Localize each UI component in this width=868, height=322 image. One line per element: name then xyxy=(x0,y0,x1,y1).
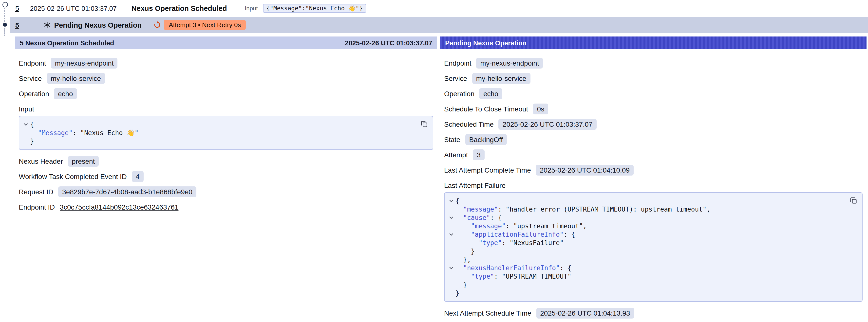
field-value-chip: 0s xyxy=(533,103,548,115)
field-label: Endpoint ID xyxy=(19,203,55,211)
copy-icon[interactable] xyxy=(420,119,429,129)
field-value-chip: present xyxy=(68,156,99,167)
event-panel-header: 5 Nexus Operation Scheduled 2025-02-26 U… xyxy=(15,36,437,49)
field-row: Scheduled Time2025-02-26 UTC 01:03:37.07 xyxy=(444,119,863,130)
field-label: Endpoint xyxy=(19,59,46,67)
event-panel-fields-bottom: Nexus HeaderpresentWorkflow Task Complet… xyxy=(19,156,433,213)
event-id-link[interactable]: 5 xyxy=(15,4,19,12)
code-gutter xyxy=(446,222,456,230)
retry-icon xyxy=(153,21,161,29)
endpoint-id-link[interactable]: 3c0c75ccfa8144b092c13ce632463761 xyxy=(60,203,178,211)
code-token: "message" xyxy=(471,222,506,230)
timeline-node-dot-icon xyxy=(3,23,7,27)
field-value-chip: 3 xyxy=(473,150,485,160)
field-row: Last Attempt Complete Time2025-02-26 UTC… xyxy=(444,165,863,175)
pending-asterisk-icon xyxy=(44,22,50,28)
history-row-nexus-operation-scheduled[interactable]: 5 2025-02-26 UTC 01:03:37.07 Nexus Opera… xyxy=(10,0,868,17)
field-row: Workflow Task Completed Event ID4 xyxy=(19,171,433,182)
field-label: Endpoint xyxy=(444,59,471,67)
failure-section-label: Last Attempt Failure xyxy=(444,182,863,189)
code-line: "type": "UPSTREAM_TIMEOUT" xyxy=(446,272,848,281)
field-label: Workflow Task Completed Event ID xyxy=(19,172,127,181)
field-label: Schedule To Close Timeout xyxy=(444,105,528,113)
field-value-chip: 2025-02-26 UTC 01:04:10.09 xyxy=(536,165,633,175)
collapse-chevron-icon[interactable] xyxy=(446,230,456,239)
code-token: "applicationFailureInfo" xyxy=(471,231,564,238)
field-value-chip: echo xyxy=(479,88,502,99)
code-token: } xyxy=(471,248,475,255)
code-line: } xyxy=(21,137,419,146)
input-code-block: {"Message": "Nexus Echo 👋"} xyxy=(19,116,433,150)
pending-panel-title: Pending Nexus Operation xyxy=(445,39,527,46)
code-token: "handler error (UPSTREAM_TIMEOUT): upstr… xyxy=(506,205,707,213)
event-time: 2025-02-26 UTC 01:03:37.07 xyxy=(30,5,117,12)
field-value-chip: my-hello-service xyxy=(46,73,105,84)
collapse-chevron-icon[interactable] xyxy=(446,197,456,205)
input-json: {"Message": "Nexus Echo 👋"} xyxy=(21,120,419,146)
code-token: : xyxy=(494,273,502,280)
event-id-link[interactable]: 5 xyxy=(15,21,19,29)
collapse-chevron-icon[interactable] xyxy=(446,264,456,272)
code-token: : { xyxy=(563,231,575,238)
field-row: Operationecho xyxy=(19,88,433,99)
field-value-chip: my-nexus-endpoint xyxy=(476,58,543,68)
field-row: Endpoint ID3c0c75ccfa8144b092c13ce632463… xyxy=(19,202,433,213)
field-label: Operation xyxy=(19,90,49,98)
field-label: Service xyxy=(19,74,42,82)
code-gutter xyxy=(21,137,30,146)
event-name: Nexus Operation Scheduled xyxy=(131,4,227,12)
failure-json: {"message": "handler error (UPSTREAM_TIM… xyxy=(446,197,848,297)
event-panel-title: 5 Nexus Operation Scheduled xyxy=(20,39,114,46)
field-value-chip: 4 xyxy=(132,171,144,182)
code-token: : xyxy=(506,222,514,230)
code-token: : xyxy=(498,205,505,213)
code-line: "nexusHandlerFailureInfo": { xyxy=(446,264,848,272)
code-line: "type": "NexusFailure" xyxy=(446,239,848,247)
field-row: Request ID3e829b7e-7d67-4b08-aad3-b1e868… xyxy=(19,186,433,197)
event-panel-time: 2025-02-26 UTC 01:03:37.07 xyxy=(345,39,432,46)
timeline-connector xyxy=(4,28,5,36)
field-row: Operationecho xyxy=(444,88,863,99)
code-line: { xyxy=(446,197,848,205)
field-label: Attempt xyxy=(444,151,468,159)
code-token: , xyxy=(583,222,587,230)
field-value-chip: my-hello-service xyxy=(472,73,530,84)
code-token: "UPSTREAM_TIMEOUT" xyxy=(502,273,571,280)
field-row: Attempt3 xyxy=(444,150,863,160)
field-label: Scheduled Time xyxy=(444,120,494,128)
code-token: } xyxy=(30,137,34,145)
code-line: "cause": { xyxy=(446,214,848,222)
collapse-chevron-icon[interactable] xyxy=(21,120,30,129)
pending-panel-header: Pending Nexus Operation xyxy=(440,36,867,49)
code-gutter xyxy=(446,281,456,289)
input-section-label: Input xyxy=(19,105,433,113)
code-token: "cause" xyxy=(463,214,490,221)
code-token: "Nexus Echo 👋" xyxy=(81,129,139,137)
field-label: Nexus Header xyxy=(19,157,63,165)
field-row: Schedule To Close Timeout0s xyxy=(444,103,863,115)
history-row-pending-nexus-operation[interactable]: 5 Pending Nexus Operation Attempt 3 • Ne… xyxy=(10,17,868,33)
code-token: "nexusHandlerFailureInfo" xyxy=(463,264,560,272)
field-label: Last Attempt Complete Time xyxy=(444,166,531,174)
input-preview-chip: {"Message":"Nexus Echo 👋"} xyxy=(263,4,366,13)
timeline-connector xyxy=(4,8,5,22)
field-row: Endpointmy-nexus-endpoint xyxy=(444,58,863,68)
pending-event-name: Pending Nexus Operation xyxy=(54,21,142,29)
code-line: } xyxy=(446,289,848,297)
copy-icon[interactable] xyxy=(849,196,858,205)
field-row: Servicemy-hello-service xyxy=(19,73,433,84)
code-line: { xyxy=(21,120,419,129)
code-token: , xyxy=(707,205,711,213)
pending-operation-panel: Pending Nexus Operation Endpointmy-nexus… xyxy=(440,36,867,322)
code-token: "type" xyxy=(479,239,502,247)
code-line: "message": "handler error (UPSTREAM_TIME… xyxy=(446,205,848,214)
code-token: } xyxy=(463,281,467,288)
code-line: "applicationFailureInfo": { xyxy=(446,230,848,239)
field-value-chip: 2025-02-26 UTC 01:03:37.07 xyxy=(499,119,596,130)
collapse-chevron-icon[interactable] xyxy=(446,214,456,222)
code-token: "type" xyxy=(471,273,494,280)
code-token: : { xyxy=(490,214,502,221)
timeline-node-circle-icon xyxy=(2,2,8,7)
field-value-chip: 3e829b7e-7d67-4b08-aad3-b1e868bfe9e0 xyxy=(58,186,196,197)
field-value-chip: echo xyxy=(54,88,77,99)
